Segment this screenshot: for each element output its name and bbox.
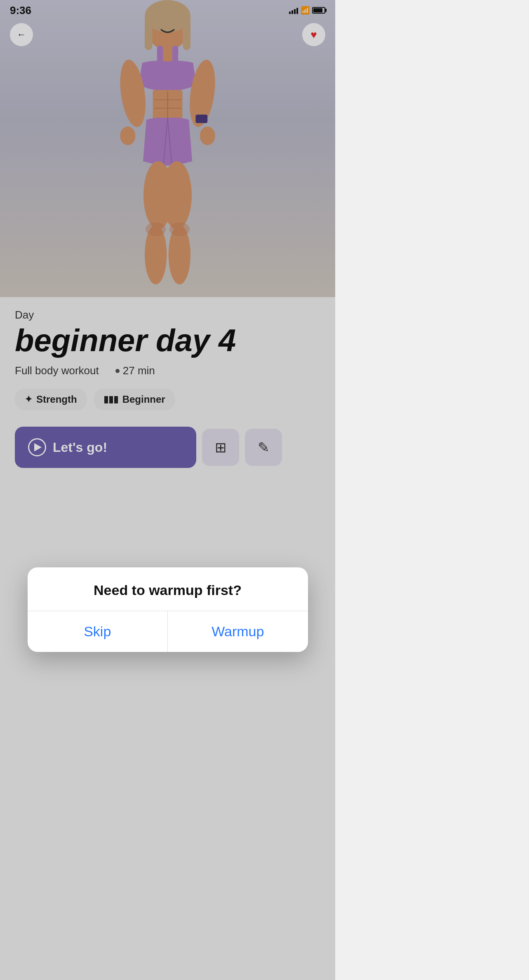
warmup-modal: Need to warmup first? Skip Warmup bbox=[28, 567, 308, 652]
modal-title: Need to warmup first? bbox=[28, 567, 308, 611]
modal-actions: Skip Warmup bbox=[28, 611, 308, 652]
skip-button[interactable]: Skip bbox=[28, 611, 168, 652]
modal-overlay: Need to warmup first? Skip Warmup bbox=[0, 0, 335, 980]
warmup-button[interactable]: Warmup bbox=[168, 611, 308, 652]
